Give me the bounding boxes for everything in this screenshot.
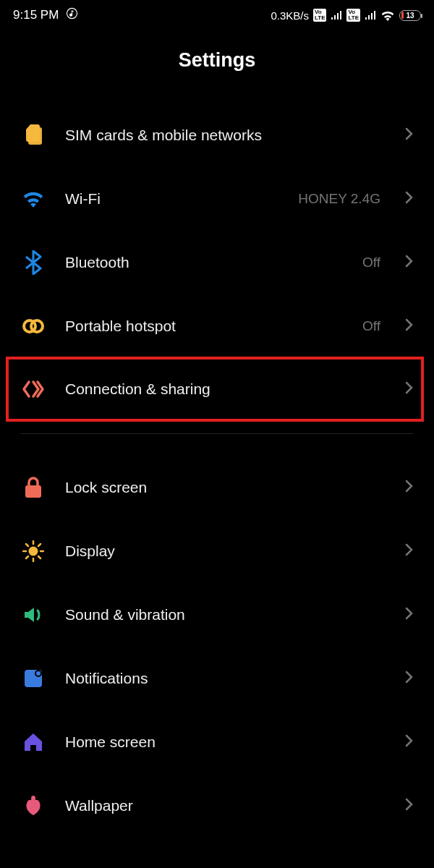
home-icon: [20, 732, 46, 752]
row-portable-hotspot[interactable]: Portable hotspot Off: [20, 294, 414, 358]
row-label: Connection & sharing: [65, 380, 386, 398]
music-icon: [66, 7, 78, 23]
row-label: Wallpaper: [65, 797, 386, 814]
chevron-right-icon: [405, 191, 414, 207]
row-label: Display: [65, 542, 386, 560]
chevron-right-icon: [405, 318, 414, 334]
svg-point-15: [35, 671, 41, 676]
notifications-icon: [20, 668, 46, 689]
lock-icon: [20, 476, 46, 499]
section-divider: [20, 433, 414, 434]
display-sun-icon: [20, 540, 46, 562]
settings-list: SIM cards & mobile networks Wi-Fi HONEY …: [0, 103, 434, 838]
svg-line-12: [26, 556, 28, 558]
sim-card-icon: [20, 124, 46, 147]
signal-icon-1: [331, 11, 342, 20]
row-wifi[interactable]: Wi-Fi HONEY 2.4G: [20, 167, 414, 231]
svg-point-16: [31, 796, 35, 801]
hotspot-icon: [20, 318, 46, 335]
status-time: 9:15 PM: [13, 8, 59, 22]
chevron-right-icon: [405, 543, 414, 559]
bluetooth-icon: [20, 250, 46, 275]
row-bluetooth[interactable]: Bluetooth Off: [20, 231, 414, 294]
chevron-right-icon: [405, 255, 414, 271]
row-lock-screen[interactable]: Lock screen: [20, 456, 414, 519]
chevron-right-icon: [405, 607, 414, 623]
row-value: Off: [362, 255, 380, 271]
wifi-icon: [20, 190, 46, 208]
chevron-right-icon: [405, 381, 414, 397]
connection-sharing-icon: [20, 379, 46, 399]
svg-point-5: [29, 547, 38, 556]
chevron-right-icon: [405, 798, 414, 814]
row-label: Bluetooth: [65, 254, 344, 271]
sound-icon: [20, 605, 46, 625]
svg-line-13: [38, 544, 41, 546]
chevron-right-icon: [405, 127, 414, 143]
row-value: Off: [362, 318, 380, 334]
chevron-right-icon: [405, 480, 414, 495]
svg-line-11: [38, 556, 41, 558]
volte-icon-2: VoLTE: [346, 9, 360, 22]
row-home-screen[interactable]: Home screen: [20, 710, 414, 774]
row-notifications[interactable]: Notifications: [20, 647, 414, 710]
row-label: SIM cards & mobile networks: [65, 127, 386, 144]
wifi-status-icon: [380, 10, 395, 21]
row-label: Home screen: [65, 733, 386, 751]
row-label: Wi-Fi: [65, 190, 279, 208]
status-bar: 9:15 PM 0.3KB/s VoLTE VoLTE 13: [0, 0, 434, 27]
row-label: Portable hotspot: [65, 318, 344, 335]
row-label: Notifications: [65, 670, 386, 687]
signal-icon-2: [365, 11, 376, 20]
row-value: HONEY 2.4G: [298, 191, 380, 207]
row-connection-sharing[interactable]: Connection & sharing: [7, 358, 422, 420]
row-sound-vibration[interactable]: Sound & vibration: [20, 583, 414, 647]
row-display[interactable]: Display: [20, 519, 414, 583]
wallpaper-icon: [20, 795, 46, 817]
svg-line-10: [26, 544, 28, 546]
chevron-right-icon: [405, 734, 414, 750]
data-rate: 0.3KB/s: [271, 9, 309, 22]
svg-rect-4: [25, 485, 41, 498]
page-title: Settings: [0, 27, 434, 103]
chevron-right-icon: [405, 671, 414, 686]
row-wallpaper[interactable]: Wallpaper: [20, 774, 414, 838]
volte-icon-1: VoLTE: [313, 9, 327, 22]
row-label: Sound & vibration: [65, 606, 386, 624]
row-sim-cards[interactable]: SIM cards & mobile networks: [20, 103, 414, 167]
row-label: Lock screen: [65, 479, 386, 496]
battery-icon: 13: [399, 10, 421, 21]
